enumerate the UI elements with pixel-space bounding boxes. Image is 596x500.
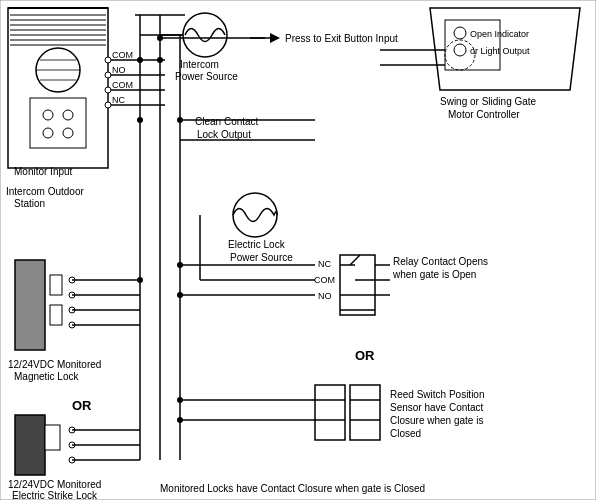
svg-text:Power Source: Power Source	[175, 71, 238, 82]
svg-text:NO: NO	[112, 65, 126, 75]
svg-text:Closed: Closed	[390, 428, 421, 439]
svg-text:OR: OR	[355, 348, 375, 363]
svg-point-110	[157, 35, 163, 41]
svg-point-32	[105, 87, 111, 93]
svg-point-123	[177, 417, 183, 423]
svg-rect-52	[50, 275, 62, 295]
svg-text:Open Indicator: Open Indicator	[470, 29, 529, 39]
svg-point-113	[177, 117, 183, 123]
svg-text:Intercom Outdoor: Intercom Outdoor	[6, 186, 84, 197]
svg-text:Electric Strike Lock: Electric Strike Lock	[12, 490, 98, 500]
svg-text:Reed Switch Position: Reed Switch Position	[390, 389, 485, 400]
svg-point-101	[454, 27, 466, 39]
svg-point-30	[105, 57, 111, 63]
svg-text:when gate is Open: when gate is Open	[392, 269, 476, 280]
svg-rect-53	[50, 305, 62, 325]
svg-text:Motor Controller: Motor Controller	[448, 109, 520, 120]
svg-point-48	[233, 193, 277, 237]
svg-rect-90	[315, 385, 345, 440]
svg-text:or Light Output: or Light Output	[470, 46, 530, 56]
svg-rect-100	[445, 20, 500, 70]
svg-point-129	[137, 277, 143, 283]
svg-text:OR: OR	[72, 398, 92, 413]
svg-point-103	[454, 44, 466, 56]
svg-text:COM: COM	[314, 275, 335, 285]
svg-point-119	[177, 292, 183, 298]
svg-point-34	[183, 13, 227, 57]
svg-text:Electric Lock: Electric Lock	[228, 239, 286, 250]
svg-text:Press to Exit Button Input: Press to Exit Button Input	[285, 33, 398, 44]
svg-text:NC: NC	[112, 95, 125, 105]
svg-text:Swing or Sliding Gate: Swing or Sliding Gate	[440, 96, 537, 107]
svg-text:Station: Station	[14, 198, 45, 209]
svg-rect-66	[45, 425, 60, 450]
svg-text:Relay Contact Opens: Relay Contact Opens	[393, 256, 488, 267]
svg-point-33	[105, 102, 111, 108]
svg-rect-75	[340, 255, 375, 315]
svg-text:Clean Contact: Clean Contact	[195, 116, 259, 127]
svg-rect-14	[30, 98, 86, 148]
svg-text:Sensor have Contact: Sensor have Contact	[390, 402, 484, 413]
svg-point-31	[105, 72, 111, 78]
svg-text:NC: NC	[318, 259, 331, 269]
svg-text:COM: COM	[112, 80, 133, 90]
svg-text:NO: NO	[318, 291, 332, 301]
svg-text:Magnetic Lock: Magnetic Lock	[14, 371, 79, 382]
wiring-diagram: Monitor Input Intercom Outdoor Station C…	[0, 0, 596, 500]
svg-text:Intercom: Intercom	[180, 59, 219, 70]
svg-text:Lock Output: Lock Output	[197, 129, 251, 140]
svg-rect-91	[350, 385, 380, 440]
svg-rect-65	[15, 415, 45, 475]
svg-text:COM: COM	[112, 50, 133, 60]
svg-text:Closure when gate is: Closure when gate is	[390, 415, 483, 426]
svg-text:12/24VDC Monitored: 12/24VDC Monitored	[8, 359, 101, 370]
svg-rect-51	[15, 260, 45, 350]
svg-text:12/24VDC Monitored: 12/24VDC Monitored	[8, 479, 101, 490]
svg-text:Monitored Locks have Contact C: Monitored Locks have Contact Closure whe…	[160, 483, 425, 494]
svg-text:Monitor Input: Monitor Input	[14, 166, 73, 177]
svg-point-128	[137, 117, 143, 123]
svg-point-122	[177, 397, 183, 403]
svg-point-118	[177, 262, 183, 268]
svg-text:Power Source: Power Source	[230, 252, 293, 263]
